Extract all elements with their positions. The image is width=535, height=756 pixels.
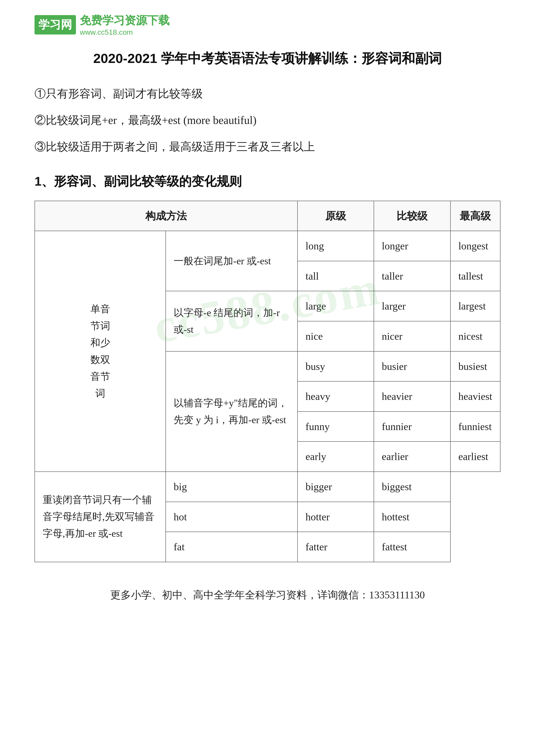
word-long-base: long (297, 231, 374, 261)
word-funny-comp: funnier (374, 412, 450, 442)
word-large-base: large (297, 291, 374, 321)
word-tall-comp: taller (374, 261, 450, 291)
word-heavy-super: heaviest (450, 381, 500, 412)
word-long-super: longest (450, 231, 500, 261)
word-heavy-base: heavy (297, 381, 374, 412)
word-early-super: earliest (450, 442, 500, 472)
footer: 更多小学、初中、高中全学年全科学习资料，详询微信：13353111130 (35, 580, 500, 602)
word-hot-super: hottest (374, 502, 450, 532)
intro-section: ①只有形容词、副词才有比较等级 ②比较级词尾+er，最高级+est (more … (35, 85, 500, 156)
rule-2: 以字母-e 结尾的词，加-r 或-st (166, 291, 297, 351)
logo-text-block: 免费学习资源下载 www.cc518.com (80, 13, 170, 37)
word-nice-super: nicest (450, 321, 500, 351)
header-base: 原级 (297, 201, 374, 231)
word-busy-super: busiest (450, 351, 500, 382)
word-funny-super: funniest (450, 412, 500, 442)
word-big-super: biggest (374, 472, 450, 502)
word-nice-base: nice (297, 321, 374, 351)
word-hot-base: hot (166, 502, 297, 532)
word-heavy-comp: heavier (374, 381, 450, 412)
logo-tagline-bottom: www.cc518.com (80, 28, 170, 37)
logo-tagline-top: 免费学习资源下载 (80, 13, 170, 28)
rule-4: 重读闭音节词只有一个辅音字母结尾时,先双写辅音字母,再加-er 或-est (35, 472, 166, 562)
intro-point-1: ①只有形容词、副词才有比较等级 (35, 85, 500, 103)
logo-icon-text: 学习网 (39, 18, 72, 31)
header-logo: 学习网 免费学习资源下载 www.cc518.com (35, 13, 500, 37)
word-busy-base: busy (297, 351, 374, 382)
intro-point-3: ③比较级适用于两者之间，最高级适用于三者及三者以上 (35, 138, 500, 156)
word-busy-comp: busier (374, 351, 450, 382)
word-fat-comp: fatter (297, 532, 374, 562)
word-nice-comp: nicer (374, 321, 450, 351)
table-row: 单音节词和少数双音节词 一般在词尾加-er 或-est long longer … (35, 231, 500, 261)
rule-3: 以辅音字母+y"结尾的词，先变 y 为 i，再加-er 或-est (166, 351, 297, 472)
method-group-1: 单音节词和少数双音节词 (35, 231, 166, 472)
footer-text: 更多小学、初中、高中全学年全科学习资料，详询微信：13353111130 (110, 589, 425, 601)
word-funny-base: funny (297, 412, 374, 442)
section1-header: 1、形容词、副词比较等级的变化规则 (35, 173, 500, 190)
grammar-table: 构成方法 原级 比较级 最高级 单音节词和少数双音节词 一般在词尾加-er 或-… (35, 201, 500, 562)
logo-icon: 学习网 (35, 15, 76, 35)
header-superlative: 最高级 (450, 201, 500, 231)
word-early-base: early (297, 442, 374, 472)
table-header-row: 构成方法 原级 比较级 最高级 (35, 201, 500, 231)
header-comparative: 比较级 (374, 201, 450, 231)
word-big-base: big (166, 472, 297, 502)
intro-point-2: ②比较级词尾+er，最高级+est (more beautiful) (35, 111, 500, 129)
word-big-comp: bigger (297, 472, 374, 502)
word-tall-super: tallest (450, 261, 500, 291)
word-hot-comp: hotter (297, 502, 374, 532)
rule-1: 一般在词尾加-er 或-est (166, 231, 297, 291)
word-early-comp: earlier (374, 442, 450, 472)
page-title: 2020-2021 学年中考英语语法专项讲解训练：形容词和副词 (35, 49, 500, 68)
word-large-comp: larger (374, 291, 450, 321)
word-large-super: largest (450, 291, 500, 321)
word-long-comp: longer (374, 231, 450, 261)
word-fat-base: fat (166, 532, 297, 562)
word-fat-super: fattest (374, 532, 450, 562)
table-row: 重读闭音节词只有一个辅音字母结尾时,先双写辅音字母,再加-er 或-est bi… (35, 472, 500, 502)
header-method: 构成方法 (35, 201, 297, 231)
word-tall-base: tall (297, 261, 374, 291)
